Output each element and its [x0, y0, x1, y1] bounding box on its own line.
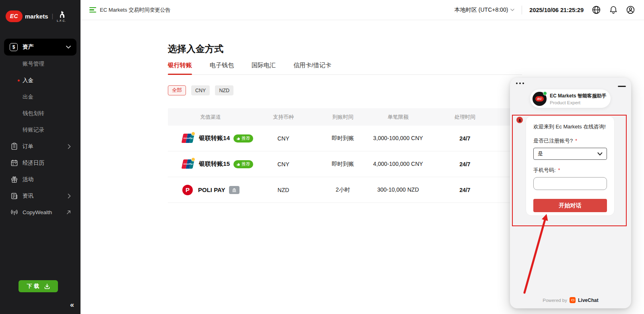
- calendar-icon: [10, 159, 18, 167]
- clipboard-icon: [10, 143, 18, 150]
- start-chat-button[interactable]: 开始对话: [533, 199, 607, 212]
- sidebar-item-label: 经济日历: [23, 159, 44, 167]
- livechat-brand-link[interactable]: LiveChat: [578, 297, 599, 303]
- sidebar-item-deposit[interactable]: 入金: [0, 72, 80, 89]
- cell-limit: 4,000-100,000 CNY: [373, 160, 423, 169]
- bank-badge: [229, 186, 239, 194]
- cell-limit: 300-10,000 NZD: [377, 186, 419, 194]
- sidebar-item-transfer-records[interactable]: 转账记录: [0, 122, 80, 138]
- collapse-sidebar-icon[interactable]: «: [70, 301, 74, 309]
- unionpay-logo-icon: UnionPay 银联: [182, 134, 194, 143]
- tab-credit-debit-card[interactable]: 信用卡/借记卡: [293, 62, 331, 74]
- badge-label: 推荐: [242, 161, 250, 167]
- cell-arrival: 即时到账: [314, 135, 372, 142]
- top-header: EC Markets 交易时间变更公告 本地时区 (UTC+8:00) 2025…: [80, 0, 644, 20]
- sidebar-item-news[interactable]: 资讯: [0, 188, 80, 204]
- tab-e-wallet[interactable]: 电子钱包: [210, 62, 234, 74]
- sidebar-item-label: CopyWealth: [23, 209, 52, 215]
- online-status-dot: [543, 91, 547, 95]
- cell-currency: CNY: [253, 161, 314, 167]
- page-title: 选择入金方式: [168, 43, 644, 55]
- notifications-bell-icon[interactable]: [609, 5, 618, 14]
- channel-name: 银联转账14: [199, 134, 230, 142]
- user-account-icon[interactable]: [626, 5, 635, 14]
- filter-chip-cny[interactable]: CNY: [191, 85, 210, 95]
- sidebar-item-withdrawal[interactable]: 出金: [0, 89, 80, 105]
- chat-menu-dots-icon[interactable]: [516, 83, 524, 84]
- table-row[interactable]: UnionPay 银联 银联转账14 推荐 CNY 即时到账 3,000-100…: [168, 126, 522, 151]
- registered-question-label: 是否已注册账号?*: [533, 137, 607, 145]
- sidebar-item-orders[interactable]: 订单: [0, 138, 80, 155]
- column-header: 支持币种: [253, 114, 314, 121]
- download-label: 下载: [27, 283, 41, 290]
- agent-card: EC EC Markets 智能客服助手 Product Expert: [530, 89, 611, 108]
- external-link-icon: [66, 210, 71, 215]
- agent-role: Product Expert: [550, 100, 607, 105]
- timezone-label: 本地时区 (UTC+8:00): [454, 6, 508, 14]
- badge-label: 推荐: [242, 135, 250, 141]
- datetime-label: 2025/10/06 21:25:29: [529, 7, 584, 13]
- thumbs-up-icon: [236, 162, 240, 166]
- unionpay-corner-badge: [191, 157, 195, 161]
- required-asterisk: *: [575, 138, 577, 144]
- chevron-right-icon: [68, 194, 71, 198]
- registered-select[interactable]: 是: [533, 148, 607, 160]
- timezone-selector[interactable]: 本地时区 (UTC+8:00): [454, 6, 514, 14]
- download-icon: [44, 283, 50, 289]
- sidebar-item-economic-calendar[interactable]: 经济日历: [0, 155, 80, 171]
- brand-row: EC markets | L.F.C.: [0, 0, 80, 26]
- cell-currency: NZD: [253, 187, 314, 193]
- table-header-row: 充值渠道 支持币种 到账时间 单笔限额 处理时间: [168, 108, 522, 126]
- announcement-icon: [89, 7, 96, 13]
- column-header: 处理时间: [424, 114, 506, 121]
- table-row[interactable]: UnionPay 银联 银联转账15 推荐 CNY 即时到账 4,000-100…: [168, 151, 522, 177]
- thumbs-up-icon: [236, 136, 240, 140]
- agent-name: EC Markets 智能客服助手: [550, 93, 607, 99]
- livechat-widget: EC EC Markets 智能客服助手 Product Expert 欢迎来到…: [510, 78, 631, 308]
- sidebar-item-label: 活动: [23, 176, 33, 183]
- agent-avatar: EC: [533, 92, 547, 106]
- tab-bank-transfer[interactable]: 银行转账: [168, 62, 192, 74]
- sidebar-item-activities[interactable]: 活动: [0, 171, 80, 188]
- column-header: 单笔限额: [372, 114, 424, 121]
- phone-label: 手机号码:*: [533, 167, 607, 174]
- sidebar-item-copywealth[interactable]: CopyWealth: [0, 204, 80, 221]
- filter-chip-nzd[interactable]: NZD: [215, 85, 233, 95]
- ec-avatar-logo: EC: [535, 96, 544, 101]
- bank-icon: [232, 188, 237, 192]
- channel-name: POLI PAY: [198, 186, 225, 193]
- table-row[interactable]: P POLI PAY NZD 2小时 300-10,000 NZD 24/7: [168, 177, 522, 203]
- column-header: 到账时间: [314, 114, 372, 121]
- language-globe-icon[interactable]: [592, 5, 601, 14]
- chevron-down-icon: [597, 152, 603, 156]
- cell-hours: 24/7: [424, 161, 506, 167]
- registered-select-value: 是: [538, 150, 543, 157]
- cell-limit: 3,000-100,000 CNY: [373, 134, 423, 143]
- deposit-method-tabs: 银行转账 电子钱包 国际电汇 信用卡/借记卡: [168, 62, 522, 75]
- ec-markets-logo: EC: [6, 10, 23, 22]
- header-right-cluster: 本地时区 (UTC+8:00) 2025/10/06 21:25:29: [454, 5, 635, 14]
- announcement-link[interactable]: EC Markets 交易时间变更公告: [89, 6, 171, 14]
- download-button[interactable]: 下载: [19, 280, 58, 292]
- announcement-text: EC Markets 交易时间变更公告: [100, 6, 171, 14]
- dollar-icon: $: [10, 43, 18, 51]
- chevron-right-icon: [68, 144, 71, 149]
- sidebar-item-wallet-transfer[interactable]: 钱包划转: [0, 105, 80, 122]
- welcome-message: 欢迎来到 Ec Markets 在线咨询!: [533, 123, 607, 130]
- phone-input[interactable]: [533, 177, 607, 190]
- chat-minimize-icon[interactable]: [618, 86, 626, 87]
- sidebar-item-account-management[interactable]: 账号管理: [0, 56, 80, 72]
- news-icon: [10, 192, 18, 200]
- recommended-badge: 推荐: [233, 134, 253, 143]
- tab-international-wire[interactable]: 国际电汇: [252, 62, 276, 74]
- filter-chip-all[interactable]: 全部: [168, 85, 186, 95]
- sidebar-item-assets[interactable]: $ 资产: [4, 39, 76, 56]
- recommended-badge: 推荐: [233, 160, 253, 168]
- sidebar-item-label: 资讯: [23, 192, 33, 200]
- chat-user-avatar-icon: [516, 117, 523, 123]
- cell-arrival: 2小时: [314, 186, 372, 194]
- cell-currency: CNY: [253, 135, 314, 142]
- cell-hours: 24/7: [424, 135, 506, 142]
- sidebar-item-label: 资产: [23, 43, 34, 51]
- deposit-channels-table: 充值渠道 支持币种 到账时间 单笔限额 处理时间 UnionPay 银联 银联转…: [168, 108, 522, 203]
